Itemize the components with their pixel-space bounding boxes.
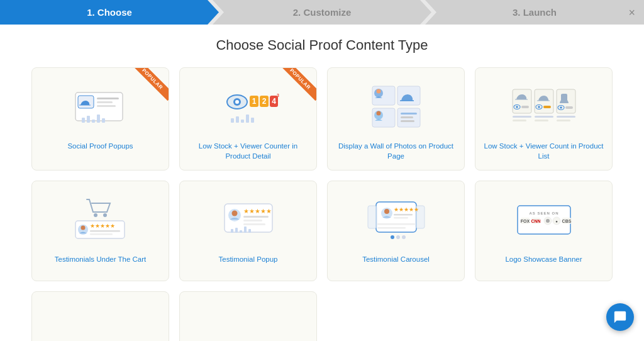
svg-rect-3	[97, 101, 113, 103]
svg-rect-7	[92, 120, 95, 123]
svg-rect-51	[557, 116, 575, 118]
svg-rect-71	[235, 228, 238, 233]
illustration-photos	[335, 78, 457, 135]
card-label-testimonials-cart: Testimonials Under The Cart	[55, 254, 147, 264]
svg-rect-81	[394, 214, 413, 216]
card-label-wall-photos: Display a Wall of Photos on Product Page	[335, 141, 457, 161]
card-testimonial-carousel[interactable]: ★★★★★ Testimonial Carousel	[327, 181, 465, 281]
step-2[interactable]: 2. Customize	[213, 0, 431, 25]
svg-rect-67	[243, 216, 269, 218]
step-2-label: 2. Customize	[293, 7, 352, 18]
svg-rect-82	[394, 217, 408, 219]
svg-rect-21	[231, 118, 234, 123]
svg-rect-72	[240, 230, 242, 233]
page-title: Choose Social Proof Content Type	[31, 37, 613, 53]
illustration-carousel: ★★★★★	[335, 191, 457, 248]
svg-rect-84	[377, 227, 406, 229]
svg-text:AS SEEN ON: AS SEEN ON	[529, 211, 558, 215]
svg-rect-6	[87, 116, 90, 123]
popular-badge-1: POPULAR	[131, 68, 169, 106]
illustration-list	[483, 78, 604, 135]
svg-text:●: ●	[555, 220, 558, 223]
svg-text:FOX: FOX	[520, 219, 530, 223]
popular-label-2: POPULAR	[279, 68, 316, 101]
main-content: Choose Social Proof Content Type POPULAR	[0, 25, 644, 341]
svg-point-95	[546, 219, 550, 223]
step-1[interactable]: 1. Choose	[0, 0, 219, 25]
svg-point-87	[402, 235, 406, 239]
card-partial-1[interactable]	[31, 291, 169, 341]
illustration-cart-testimonial: ★★★★★	[40, 191, 161, 248]
svg-point-28	[376, 89, 380, 93]
svg-text:★★★★★: ★★★★★	[394, 206, 419, 213]
card-label-testimonial-carousel: Testimonial Carousel	[362, 254, 430, 264]
svg-point-65	[231, 211, 237, 216]
steps-header: 1. Choose 2. Customize 3. Launch ×	[0, 0, 644, 25]
svg-rect-8	[97, 115, 100, 123]
close-button[interactable]: ×	[628, 6, 635, 19]
card-wall-of-photos[interactable]: Display a Wall of Photos on Product Page	[327, 67, 465, 170]
svg-point-59	[80, 226, 85, 230]
svg-rect-25	[251, 118, 254, 123]
svg-point-79	[384, 209, 389, 214]
cards-grid: POPULAR	[31, 67, 613, 281]
svg-rect-53	[535, 120, 548, 121]
svg-rect-68	[243, 220, 262, 221]
card-label-social-proof-popups: Social Proof Popups	[67, 141, 133, 151]
card-label-low-stock-viewer-list: Low Stock + Viewer Count in Product List	[483, 141, 604, 161]
card-label-testimonial-popup: Testimonial Popup	[219, 254, 278, 264]
svg-rect-4	[97, 105, 116, 107]
svg-rect-24	[246, 115, 249, 123]
card-low-stock-viewer-list[interactable]: Low Stock + Viewer Count in Product List	[475, 67, 613, 170]
svg-point-56	[103, 213, 107, 217]
svg-point-86	[396, 235, 400, 239]
svg-rect-50	[535, 116, 553, 118]
svg-text:★★★★★: ★★★★★	[90, 223, 115, 229]
svg-rect-61	[90, 230, 120, 232]
svg-rect-69	[243, 223, 265, 225]
card-label-logo-showcase: Logo Showcase Banner	[505, 254, 582, 264]
svg-rect-76	[368, 206, 377, 228]
svg-rect-48	[565, 106, 573, 109]
card-social-proof-popups[interactable]: POPULAR	[31, 67, 169, 170]
step-1-label: 1. Choose	[87, 7, 132, 18]
svg-rect-34	[401, 113, 417, 115]
step-3-label: 3. Launch	[513, 7, 557, 18]
svg-point-55	[94, 213, 97, 217]
step-3[interactable]: 3. Launch	[425, 0, 644, 25]
card-testimonials-under-cart[interactable]: ★★★★★ Testimonials Under The Cart	[31, 181, 169, 281]
svg-rect-73	[244, 226, 247, 233]
svg-rect-52	[513, 120, 526, 121]
svg-rect-44	[543, 106, 551, 108]
illustration-testimonial-popup: ★★★★★	[187, 191, 309, 248]
svg-rect-2	[97, 98, 119, 99]
card-logo-showcase[interactable]: AS SEEN ON FOX CNN ● CBS	[475, 181, 613, 281]
card-partial-2[interactable]	[179, 291, 317, 341]
svg-text:★★★★★: ★★★★★	[243, 208, 272, 215]
svg-rect-40	[521, 106, 529, 108]
svg-text:1: 1	[252, 97, 256, 106]
svg-rect-62	[90, 233, 113, 235]
svg-rect-37	[513, 89, 531, 113]
svg-rect-70	[231, 229, 233, 233]
card-low-stock-viewer-counter-detail[interactable]: POPULAR 1 2 4 3	[179, 67, 317, 170]
popular-badge-2: POPULAR	[279, 68, 316, 106]
svg-point-85	[391, 235, 394, 239]
chat-bubble[interactable]	[606, 303, 634, 331]
svg-rect-9	[102, 118, 105, 123]
svg-rect-54	[557, 120, 570, 121]
svg-text:CBS: CBS	[562, 219, 571, 223]
card-testimonial-popup[interactable]: ★★★★★ Testimonial Popup	[179, 181, 317, 281]
card-label-low-stock-viewer-detail: Low Stock + Viewer Counter in Product De…	[187, 141, 309, 161]
svg-rect-74	[248, 229, 251, 233]
svg-rect-83	[377, 223, 415, 225]
svg-point-43	[538, 106, 540, 108]
svg-rect-49	[513, 116, 531, 118]
popular-label-1: POPULAR	[131, 68, 169, 101]
cards-grid-partial	[31, 291, 613, 341]
svg-text:4: 4	[272, 97, 276, 106]
svg-point-39	[516, 106, 518, 108]
svg-rect-35	[401, 116, 413, 118]
svg-point-13	[235, 100, 239, 104]
svg-text:2: 2	[262, 97, 266, 106]
